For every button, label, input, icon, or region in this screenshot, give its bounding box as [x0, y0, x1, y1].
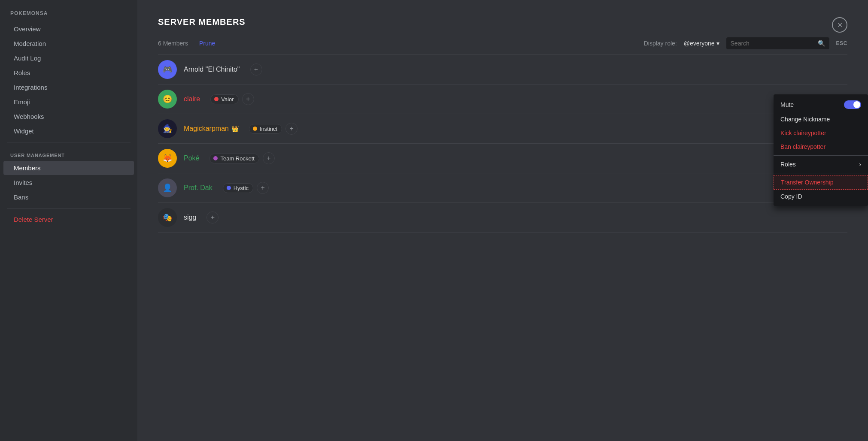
member-roles: Instinct +: [249, 123, 297, 135]
member-roles: +: [250, 63, 262, 76]
context-item-mute[interactable]: Mute: [774, 97, 868, 112]
member-roles: Team Rockett +: [209, 152, 274, 164]
member-name[interactable]: Arnold "El Chinito": [184, 66, 240, 73]
add-role-button[interactable]: +: [206, 211, 219, 224]
submenu-arrow-icon: ›: [859, 161, 861, 168]
role-badge: Valor: [210, 94, 238, 104]
add-role-button[interactable]: +: [250, 63, 262, 76]
context-item-label: Mute: [780, 101, 794, 108]
sidebar-item-label: Bans: [14, 193, 28, 201]
context-item-transfer-ownership[interactable]: Transfer Ownership: [774, 175, 868, 190]
search-icon: 🔍: [818, 40, 825, 47]
close-icon: ✕: [837, 21, 843, 29]
role-name: Hystic: [234, 185, 249, 191]
delete-server-label: Delete Server: [14, 216, 53, 223]
role-dot: [253, 127, 257, 131]
sidebar-item-members[interactable]: Members: [3, 161, 134, 175]
add-role-button[interactable]: +: [242, 93, 254, 105]
member-avatar: 😊: [158, 90, 177, 109]
context-item-copy-id[interactable]: Copy ID: [774, 190, 868, 203]
add-role-button[interactable]: +: [285, 123, 297, 135]
role-name: Valor: [221, 96, 234, 103]
context-item-label: Kick claireypotter: [780, 130, 826, 136]
main-content: ✕ SERVER MEMBERS 6 Members — Prune Displ…: [137, 0, 868, 441]
member-avatar: 🎮: [158, 60, 177, 79]
close-button[interactable]: ✕: [832, 17, 847, 33]
context-item-ban[interactable]: Ban claireypotter: [774, 140, 868, 154]
member-row-magickarpman: 🧙 Magickarpman👑 Instinct +: [158, 114, 847, 144]
member-roles: +: [206, 211, 219, 224]
delete-server-item[interactable]: Delete Server: [3, 212, 134, 227]
context-item-label: Roles: [780, 161, 796, 168]
sidebar-item-label: Audit Log: [14, 54, 41, 62]
sidebar-item-label: Widget: [14, 127, 34, 135]
sidebar-item-webhooks[interactable]: Webhooks: [3, 109, 134, 124]
sidebar-item-label: Invites: [14, 179, 32, 186]
sidebar-item-integrations[interactable]: Integrations: [3, 80, 134, 94]
context-divider: [774, 155, 868, 156]
sidebar-item-label: Overview: [14, 25, 41, 33]
sidebar-divider-2: [7, 208, 131, 208]
member-name[interactable]: claire: [184, 95, 200, 103]
prune-link[interactable]: Prune: [199, 40, 215, 47]
sidebar-item-overview[interactable]: Overview: [3, 22, 134, 36]
user-management-label: USER MANAGEMENT: [0, 146, 137, 160]
member-name[interactable]: Poké: [184, 154, 199, 162]
member-row-claire: 😊 claire Valor +: [158, 85, 847, 114]
sidebar-item-widget[interactable]: Widget: [3, 124, 134, 138]
avatar-emoji: 🎭: [163, 213, 172, 222]
members-count: 6 Members — Prune: [158, 40, 215, 47]
mute-toggle[interactable]: [844, 100, 861, 109]
search-input[interactable]: [731, 40, 814, 47]
role-badge: Hystic: [223, 183, 253, 193]
context-item-change-nickname[interactable]: Change Nickname: [774, 112, 868, 126]
member-roles: Valor +: [210, 93, 254, 105]
member-name[interactable]: Prof. Dak: [184, 184, 212, 192]
member-row-profdak: 👤 Prof. Dak Hystic +: [158, 173, 847, 203]
sidebar-item-label: Roles: [14, 69, 30, 76]
sidebar-item-label: Integrations: [14, 84, 47, 91]
chevron-down-icon: ▾: [716, 40, 719, 47]
page-title: SERVER MEMBERS: [158, 17, 847, 27]
context-item-kick[interactable]: Kick claireypotter: [774, 126, 868, 140]
member-roles: Hystic +: [223, 182, 269, 194]
context-item-label: Transfer Ownership: [781, 179, 833, 186]
context-item-label: Copy ID: [780, 193, 802, 200]
member-count-text: 6 Members: [158, 40, 188, 47]
separator: —: [191, 40, 197, 47]
context-item-label: Change Nickname: [780, 116, 830, 123]
member-row-sigg: 🎭 sigg +: [158, 203, 847, 233]
context-divider: [774, 173, 868, 173]
owner-crown-icon: 👑: [231, 125, 239, 132]
sidebar-item-invites[interactable]: Invites: [3, 175, 134, 190]
member-row-arnold: 🎮 Arnold "El Chinito" +: [158, 55, 847, 85]
member-avatar: 🦊: [158, 149, 177, 168]
member-name[interactable]: Magickarpman👑: [184, 125, 239, 133]
context-item-roles[interactable]: Roles›: [774, 157, 868, 171]
avatar-emoji: 👤: [163, 183, 172, 193]
member-avatar: 👤: [158, 178, 177, 197]
context-item-label: Ban claireypotter: [780, 143, 826, 150]
role-name: Team Rockett: [220, 155, 254, 162]
sidebar-item-emoji[interactable]: Emoji: [3, 95, 134, 109]
sidebar-item-moderation[interactable]: Moderation: [3, 36, 134, 51]
avatar-emoji: 🦊: [163, 154, 172, 163]
sidebar-item-label: Webhooks: [14, 113, 44, 120]
role-dot: [213, 156, 218, 160]
role-selector-value: @everyone: [684, 40, 715, 47]
sidebar-item-roles[interactable]: Roles: [3, 66, 134, 80]
sidebar-item-audit-log[interactable]: Audit Log: [3, 51, 134, 65]
server-name: POKEMONSA: [0, 10, 137, 21]
role-selector[interactable]: @everyone ▾: [684, 40, 719, 47]
role-name: Instinct: [260, 126, 277, 132]
add-role-button[interactable]: +: [263, 152, 275, 164]
avatar-emoji: 🎮: [163, 65, 172, 74]
members-header: 6 Members — Prune Display role: @everyon…: [158, 37, 847, 49]
context-menu: MuteChange NicknameKick claireypotterBan…: [774, 94, 868, 206]
sidebar-item-bans[interactable]: Bans: [3, 190, 134, 204]
member-name[interactable]: sigg: [184, 214, 196, 221]
add-role-button[interactable]: +: [257, 182, 269, 194]
sidebar-item-label: Moderation: [14, 40, 46, 47]
member-avatar: 🎭: [158, 208, 177, 227]
sidebar-divider: [7, 142, 131, 142]
